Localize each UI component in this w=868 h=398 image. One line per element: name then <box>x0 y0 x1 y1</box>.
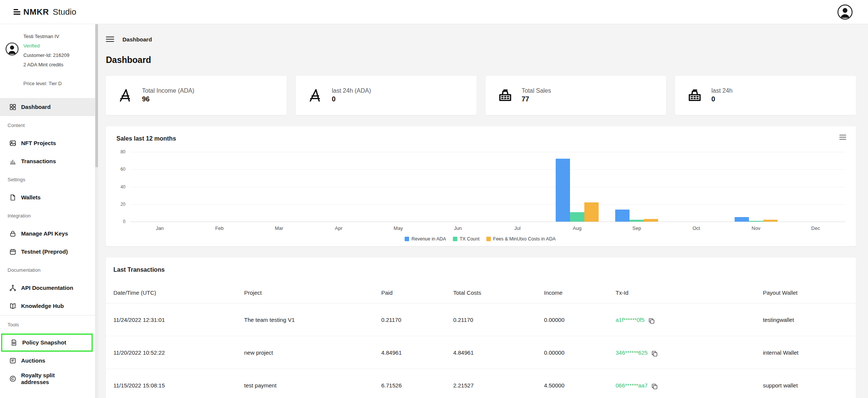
txid-link[interactable]: 066******aa7 <box>616 382 648 389</box>
legend-item[interactable]: Fees & MinUtxo Costs in ADA <box>486 236 556 242</box>
sidebar-item-label: Policy Snapshot <box>22 339 66 346</box>
stat-card-last24h-ada: last 24h (ADA) 0 <box>296 76 477 115</box>
hamburger-menu-icon[interactable] <box>106 36 114 42</box>
table-row: 11/24/2022 12:31:01 The team testing V1 … <box>106 303 856 336</box>
user-info-block: Testi Testman IV Verified Customer-Id: 2… <box>0 24 95 88</box>
verified-badge: Verified <box>23 41 69 51</box>
bar-group <box>547 152 607 222</box>
bar-group <box>130 152 189 222</box>
sidebar-item-knowledge-hub[interactable]: Knowledge Hub <box>0 297 95 315</box>
sidebar-item-label: Testnet (Preprod) <box>21 248 68 255</box>
bar-group <box>488 152 547 222</box>
column-header: Total Costs <box>453 289 544 296</box>
y-tick-label: 20 <box>121 202 125 207</box>
bar-group <box>666 152 726 222</box>
section-label-content: Content <box>0 116 95 134</box>
sidebar-item-transactions[interactable]: Transactions <box>0 152 95 170</box>
sidebar-item-dashboard[interactable]: Dashboard <box>0 98 95 116</box>
cell-total-costs: 4.84961 <box>453 349 544 356</box>
main-header: Dashboard <box>106 24 856 44</box>
bar <box>644 219 658 222</box>
x-tick-label: Mar <box>249 225 309 231</box>
sidebar-item-policy-snapshot[interactable]: Policy Snapshot <box>1 334 93 352</box>
auction-card-icon <box>9 357 17 364</box>
file-icon <box>9 194 17 201</box>
legend-marker <box>486 237 491 241</box>
column-header: Paid <box>381 289 453 296</box>
stat-value: 0 <box>332 95 371 103</box>
chart-body: 020406080 JanFebMarAprMayJunJulAugSepOct… <box>115 152 845 231</box>
stat-value: 0 <box>711 95 732 103</box>
bar <box>735 217 749 222</box>
column-header: Tx-Id <box>616 289 763 296</box>
cash-register-icon <box>685 88 704 103</box>
user-avatar[interactable] <box>837 4 853 20</box>
mint-credits: 2 ADA Mint credits <box>23 60 69 69</box>
cell-payout-wallet: support wallet <box>763 382 845 389</box>
bar-group <box>309 152 368 222</box>
copy-icon[interactable] <box>651 383 658 390</box>
section-label-integration: Integration <box>0 207 95 225</box>
sidebar-item-royalty-split[interactable]: Royalty split addresses <box>0 370 95 388</box>
bar <box>584 202 599 222</box>
lock-icon <box>9 230 17 237</box>
cell-paid: 6.71526 <box>381 382 453 389</box>
cell-payout-wallet: testingwallet <box>763 317 845 323</box>
stat-label: last 24h <box>711 87 732 94</box>
person-icon <box>5 42 19 56</box>
legend-item[interactable]: Revenue in ADA <box>405 236 446 242</box>
main-content: Dashboard Dashboard Total Income (ADA) 9… <box>98 24 868 398</box>
x-tick-label: Aug <box>547 225 607 231</box>
cell-datetime: 11/24/2022 12:31:01 <box>113 317 244 323</box>
legend-label: TX Count <box>460 236 480 242</box>
legend-marker <box>453 237 457 241</box>
cell-income: 0.00000 <box>544 349 616 356</box>
sidebar-item-nft-projects[interactable]: NFT Projects <box>0 134 95 152</box>
calendar-icon <box>9 248 17 256</box>
table-row: 11/20/2022 10:52:22 new project 4.84961 … <box>106 336 856 369</box>
x-tick-label: Dec <box>786 225 845 231</box>
txid-link[interactable]: 346******625 <box>616 349 648 356</box>
dashboard-grid-icon <box>9 103 17 111</box>
chart-legend: Revenue in ADATX CountFees & MinUtxo Cos… <box>115 236 845 242</box>
scrollbar-thumb[interactable] <box>95 24 98 167</box>
x-tick-label: Oct <box>666 225 726 231</box>
legend-label: Fees & MinUtxo Costs in ADA <box>493 236 556 242</box>
txid-link[interactable]: a1f******0f5 <box>616 317 645 323</box>
sidebar-item-manage-api-keys[interactable]: Manage API Keys <box>0 225 95 243</box>
transactions-title: Last Transactions <box>106 266 856 273</box>
column-header: Payout Wallet <box>763 289 845 296</box>
copy-icon[interactable] <box>651 351 658 357</box>
chart-menu-icon[interactable] <box>839 135 846 140</box>
section-label-documentation: Documentation <box>0 261 95 279</box>
sidebar-item-api-documentation[interactable]: API Documentation <box>0 279 95 297</box>
bar <box>763 220 778 222</box>
logo-text-secondary: Studio <box>53 7 76 17</box>
sidebar-item-label: NFT Projects <box>21 140 56 147</box>
x-tick-label: Jan <box>130 225 189 231</box>
chart-yaxis: 020406080 <box>115 152 130 222</box>
stat-card-total-sales: Total Sales 77 <box>486 76 666 115</box>
sidebar-item-wallets[interactable]: Wallets <box>0 188 95 207</box>
sidebar-item-testnet[interactable]: Testnet (Preprod) <box>0 243 95 261</box>
x-tick-label: May <box>368 225 428 231</box>
bar <box>570 212 584 222</box>
copy-icon[interactable] <box>648 318 655 324</box>
customer-id: Customer-Id: 216209 <box>23 51 69 60</box>
last-transactions-card: Last Transactions Date/Time (UTC) Projec… <box>106 257 856 398</box>
y-tick-label: 60 <box>121 167 125 172</box>
x-tick-label: Jun <box>428 225 487 231</box>
cell-datetime: 11/15/2022 15:08:15 <box>113 382 244 389</box>
column-header: Project <box>244 289 381 296</box>
sidebar: Testi Testman IV Verified Customer-Id: 2… <box>0 24 95 398</box>
sidebar-item-auctions[interactable]: Auctions <box>0 352 95 370</box>
nmkr-logo[interactable]: NMKR Studio <box>14 7 76 17</box>
stat-label: Total Income (ADA) <box>142 87 194 94</box>
logo-text-primary: NMKR <box>23 7 49 17</box>
legend-item[interactable]: TX Count <box>453 236 480 242</box>
sidebar-item-label: Auctions <box>21 357 45 364</box>
page-title: Dashboard <box>106 55 856 65</box>
sidebar-item-label: Dashboard <box>21 104 50 110</box>
sidebar-avatar[interactable] <box>5 42 19 88</box>
legend-label: Revenue in ADA <box>411 236 446 242</box>
